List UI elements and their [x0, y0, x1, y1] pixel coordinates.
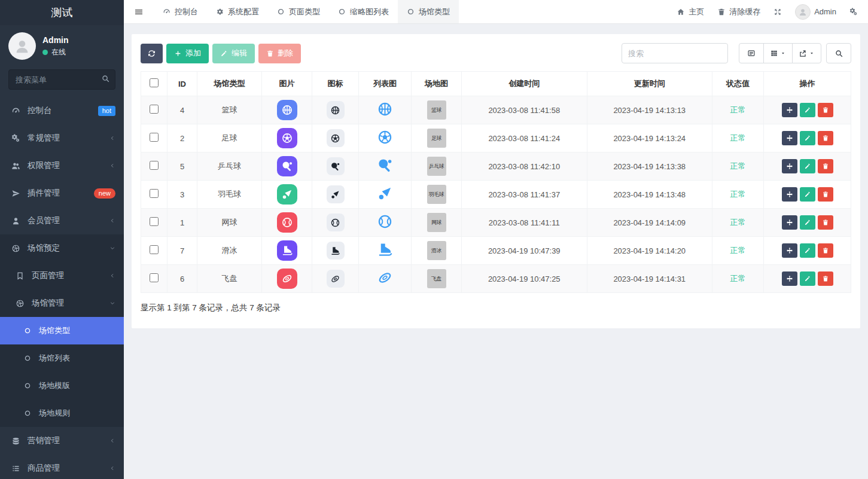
badminton-list-icon[interactable] — [377, 185, 393, 202]
venue-map-thumbnail[interactable]: 飞盘 — [427, 269, 446, 288]
basketball-image[interactable] — [277, 100, 297, 120]
clear-cache-button[interactable]: 清除缓存 — [717, 7, 760, 17]
venue-map-thumbnail[interactable]: 网球 — [427, 213, 446, 232]
edit-button[interactable]: 编辑 — [212, 44, 255, 63]
pingpong-image[interactable] — [277, 156, 297, 176]
settings-button[interactable] — [849, 8, 858, 16]
row-checkbox[interactable] — [150, 161, 159, 170]
skate-list-icon[interactable] — [377, 242, 393, 258]
edit-row-button[interactable] — [800, 215, 815, 230]
delete-row-button[interactable] — [818, 243, 833, 258]
skate-icon[interactable] — [327, 242, 345, 260]
move-row-button[interactable] — [782, 159, 797, 173]
column-header-9[interactable]: 操作 — [764, 72, 851, 96]
edit-row-button[interactable] — [800, 271, 815, 286]
export-button[interactable] — [792, 43, 821, 63]
move-row-button[interactable] — [782, 131, 797, 145]
row-checkbox[interactable] — [150, 217, 159, 226]
tab-thumbnail-list[interactable]: 缩略图列表 — [329, 0, 398, 23]
venue-map-thumbnail[interactable]: 滑冰 — [427, 241, 446, 260]
tab-system-config[interactable]: 系统配置 — [207, 0, 268, 23]
basketball-icon[interactable] — [327, 101, 345, 119]
row-checkbox[interactable] — [150, 189, 159, 198]
edit-row-button[interactable] — [800, 243, 815, 258]
edit-row-button[interactable] — [800, 187, 815, 202]
delete-button[interactable]: 删除 — [258, 44, 301, 63]
column-header-3[interactable]: 图标 — [312, 72, 359, 96]
column-header-4[interactable]: 列表图 — [359, 72, 412, 96]
delete-row-button[interactable] — [818, 271, 833, 286]
sidebar-item-console[interactable]: 控制台hot — [0, 97, 124, 124]
column-header-1[interactable]: 场馆类型 — [197, 72, 262, 96]
tennis-icon[interactable] — [327, 213, 345, 231]
table-search-input[interactable] — [622, 43, 728, 63]
sidebar-item-marketing[interactable]: 营销管理 — [0, 427, 124, 454]
home-link[interactable]: 主页 — [677, 7, 704, 17]
sidebar-item-goods[interactable]: 商品管理 — [0, 454, 124, 479]
sidebar-item-venue-booking[interactable]: 场馆预定 — [0, 234, 124, 262]
tennis-image[interactable] — [277, 212, 297, 233]
venue-map-thumbnail[interactable]: 足球 — [427, 129, 446, 148]
frisbee-icon[interactable] — [327, 270, 345, 288]
badminton-image[interactable] — [277, 184, 297, 205]
tab-venue-type[interactable]: 场馆类型 — [398, 0, 459, 23]
column-header-6[interactable]: 创建时间 — [462, 72, 587, 96]
move-row-button[interactable] — [782, 271, 797, 286]
badminton-icon[interactable] — [327, 185, 345, 203]
column-header-5[interactable]: 场地图 — [412, 72, 462, 96]
sidebar-item-venue-template[interactable]: 场地模版 — [0, 372, 124, 399]
delete-row-button[interactable] — [818, 103, 833, 117]
columns-button[interactable] — [763, 43, 793, 63]
row-checkbox[interactable] — [150, 133, 159, 142]
select-all-checkbox[interactable] — [150, 78, 159, 87]
sidebar-item-page-admin[interactable]: 页面管理 — [0, 262, 124, 289]
edit-row-button[interactable] — [800, 159, 815, 173]
row-checkbox[interactable] — [150, 245, 159, 254]
fullscreen-button[interactable] — [773, 8, 782, 16]
skate-image[interactable] — [277, 240, 297, 261]
delete-row-button[interactable] — [818, 215, 833, 230]
football-list-icon[interactable] — [377, 129, 393, 145]
menu-toggle-button[interactable] — [124, 0, 154, 23]
advanced-search-button[interactable] — [826, 43, 851, 63]
delete-row-button[interactable] — [818, 159, 833, 173]
frisbee-list-icon[interactable] — [377, 270, 393, 286]
sidebar-item-venue-type[interactable]: 场馆类型 — [0, 317, 124, 344]
sidebar-item-addon[interactable]: 插件管理new — [0, 179, 124, 207]
sidebar-item-auth[interactable]: 权限管理 — [0, 152, 124, 179]
sidebar-item-venue-rule[interactable]: 场地规则 — [0, 399, 124, 427]
basketball-list-icon[interactable] — [377, 101, 393, 117]
refresh-button[interactable] — [141, 44, 163, 63]
football-icon[interactable] — [327, 129, 345, 147]
frisbee-image[interactable] — [277, 269, 297, 289]
row-checkbox[interactable] — [150, 105, 159, 114]
move-row-button[interactable] — [782, 215, 797, 230]
move-row-button[interactable] — [782, 103, 797, 117]
user-menu[interactable]: Admin — [795, 4, 836, 20]
venue-map-thumbnail[interactable]: 篮球 — [427, 100, 446, 120]
add-button[interactable]: 添加 — [166, 44, 209, 63]
sidebar-item-member[interactable]: 会员管理 — [0, 207, 124, 234]
edit-row-button[interactable] — [800, 103, 815, 117]
row-checkbox[interactable] — [150, 273, 159, 282]
column-header-2[interactable]: 图片 — [262, 72, 312, 96]
move-row-button[interactable] — [782, 243, 797, 258]
toggle-view-button[interactable] — [739, 43, 764, 63]
tennis-list-icon[interactable] — [377, 213, 393, 230]
sidebar-item-venue-admin[interactable]: 场馆管理 — [0, 289, 124, 317]
delete-row-button[interactable] — [818, 131, 833, 145]
column-header-7[interactable]: 更新时间 — [587, 72, 712, 96]
edit-row-button[interactable] — [800, 131, 815, 145]
pingpong-icon[interactable] — [327, 157, 345, 175]
move-row-button[interactable] — [782, 187, 797, 202]
venue-map-thumbnail[interactable]: 羽毛球 — [427, 185, 446, 204]
venue-map-thumbnail[interactable]: 乒乓球 — [427, 157, 446, 176]
sidebar-search-input[interactable] — [8, 69, 115, 90]
football-image[interactable] — [277, 128, 297, 148]
tab-page-type[interactable]: 页面类型 — [268, 0, 329, 23]
pingpong-list-icon[interactable] — [377, 157, 393, 173]
sidebar-item-venue-list[interactable]: 场馆列表 — [0, 344, 124, 372]
sidebar-item-general[interactable]: 常规管理 — [0, 124, 124, 152]
tab-console[interactable]: 控制台 — [154, 0, 207, 23]
delete-row-button[interactable] — [818, 187, 833, 202]
